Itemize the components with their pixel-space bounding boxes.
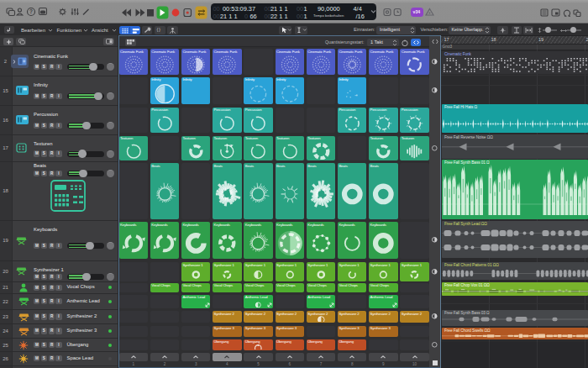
svg-text:?: ? — [29, 8, 33, 14]
